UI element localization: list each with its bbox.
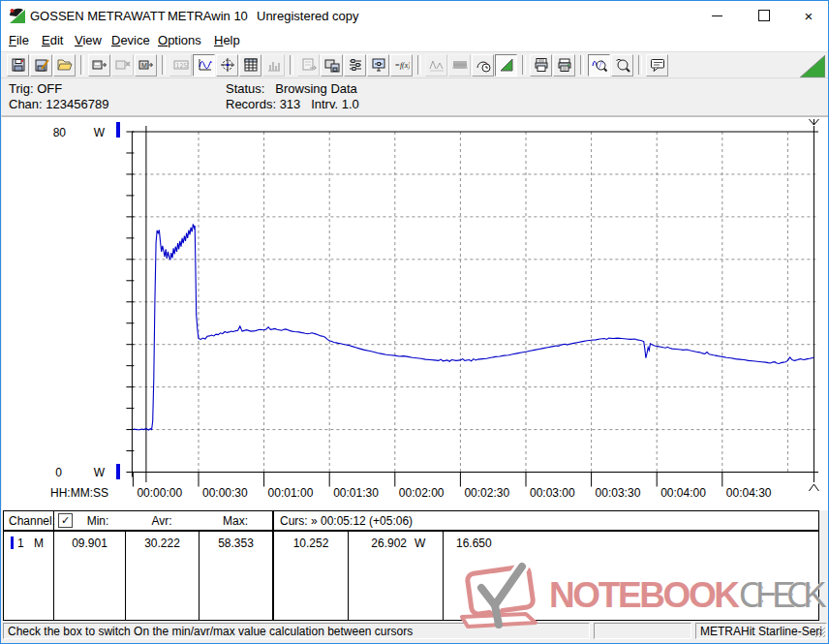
histogram-view-button: [262, 54, 285, 77]
open-button[interactable]: [53, 54, 76, 77]
header-cursor-readout: Curs: » 00:05:12 (+05:06): [280, 514, 413, 528]
menu-options[interactable]: Options: [158, 33, 201, 47]
device-memory-button[interactable]: M: [135, 54, 157, 77]
trigger-status: Trig: OFF: [9, 81, 62, 96]
monitor-settings-button[interactable]: [367, 54, 389, 77]
meter-clock-icon: [476, 57, 491, 73]
menu-device[interactable]: Device: [111, 33, 150, 47]
power-chart: 00:00:0000:00:3000:01:0000:01:3000:02:00…: [2, 117, 829, 510]
device-save-button[interactable]: [321, 54, 343, 77]
header-max: Max:: [199, 514, 272, 528]
annotation-button[interactable]: [646, 54, 668, 77]
export-icon: [301, 57, 317, 73]
x-tick-label: 00:01:00: [268, 486, 314, 500]
table-view-button[interactable]: [239, 54, 261, 77]
zoom-free-icon: [615, 57, 630, 73]
zoom-free-button[interactable]: [611, 54, 633, 77]
channel-color-marker: [11, 537, 14, 549]
save-as-button[interactable]: [30, 54, 52, 77]
svg-text:1257: 1257: [175, 62, 189, 70]
waveform-view-button[interactable]: [193, 54, 215, 77]
print-report-icon: [534, 57, 549, 73]
toolbar-separator: [417, 55, 421, 75]
x-tick-label: 00:00:00: [137, 486, 182, 500]
maximize-button[interactable]: [750, 1, 779, 30]
toolbar: M1257=f(x): [1, 51, 828, 78]
monitor-settings-icon: [371, 57, 386, 73]
row-channel-mode: M: [34, 537, 44, 550]
row-cursor2-unit: W: [414, 537, 425, 550]
channel-settings-icon: [348, 57, 363, 73]
x-tick-label: 00:04:30: [726, 486, 772, 500]
menu-view[interactable]: View: [75, 33, 102, 47]
row-avr-value: 30.222: [126, 537, 199, 550]
formula-icon: =f(x): [394, 57, 410, 73]
channel-settings-button[interactable]: [344, 54, 366, 77]
crosshair-view-button[interactable]: [216, 54, 238, 77]
row-cursor1-value: 10.252: [274, 537, 348, 550]
device-read-button[interactable]: [88, 54, 110, 77]
meter-clock-button[interactable]: [472, 54, 494, 77]
maximize-icon: [758, 10, 770, 21]
chart-panel: 00:00:0000:00:3000:01:0000:01:3000:02:00…: [2, 116, 829, 510]
live-view-button[interactable]: [495, 54, 517, 77]
save-button[interactable]: [7, 54, 29, 77]
print-button[interactable]: [553, 54, 575, 77]
minimize-button[interactable]: [702, 1, 731, 30]
title-product-name: METRAwin 10: [168, 9, 248, 23]
menu-edit[interactable]: Edit: [42, 33, 63, 47]
title-bar[interactable]: GOSSEN METRAWATT METRAwin 10 Unregistere…: [1, 1, 828, 30]
histogram-view-icon: [266, 57, 282, 73]
y-max-label: 80: [53, 126, 67, 139]
row-diff-value: 16.650: [456, 537, 492, 550]
minmax-curve-icon: [429, 57, 445, 73]
live-view-icon: [499, 57, 514, 73]
header-avr: Avr:: [125, 514, 199, 528]
annotation-icon: [650, 57, 665, 73]
close-button[interactable]: ×: [794, 1, 823, 30]
records-interval: Records: 313 Intrv. 1.0: [226, 97, 359, 111]
print-report-button[interactable]: [530, 54, 552, 77]
x-axis-format-label: HH:MM:SS: [50, 486, 108, 500]
x-tick-label: 00:03:30: [596, 486, 641, 500]
save-as-icon: [34, 57, 49, 73]
title-app-name: GOSSEN METRAWATT: [30, 9, 166, 23]
menu-bar: FileEditViewDeviceOptionsHelp: [1, 30, 828, 51]
table-column-line: [443, 532, 444, 620]
browse-status: Status: Browsing Data: [226, 81, 357, 96]
envelope-curve-button: [448, 54, 471, 77]
row-min-value: 09.901: [54, 537, 125, 550]
menu-help[interactable]: Help: [214, 33, 240, 47]
print-icon: [557, 57, 572, 73]
envelope-curve-icon: [452, 57, 468, 73]
zoom-time-icon: [592, 57, 607, 73]
header-channel: Channel:: [9, 514, 55, 528]
channel-marker-top: [116, 122, 120, 138]
device-disconnect-icon: [115, 57, 131, 73]
x-tick-label: 00:03:00: [530, 486, 575, 500]
notebookcheck-watermark: NOTEBOOK CHECK: [452, 563, 828, 632]
numeric-display-icon: 1257: [173, 57, 189, 73]
toolbar-separator: [580, 55, 584, 75]
toolbar-separator: [290, 55, 293, 75]
cursor-2-bottom-marker[interactable]: [809, 484, 818, 491]
open-icon: [57, 57, 73, 73]
toolbar-separator: [638, 55, 642, 75]
svg-text:M: M: [141, 62, 147, 69]
minmax-curve-button: [425, 54, 447, 77]
zoom-time-button[interactable]: [588, 54, 610, 77]
row-cursor2-value: 26.902: [349, 537, 407, 550]
device-read-icon: [92, 57, 107, 73]
cursor-2-top-marker[interactable]: [809, 119, 818, 125]
device-save-icon: [324, 57, 340, 73]
channel-list: Chan: 123456789: [9, 97, 108, 111]
close-icon: ×: [805, 8, 814, 24]
toolbar-separator: [80, 55, 84, 75]
y-min-label: 0: [55, 466, 62, 479]
formula-button[interactable]: =f(x): [390, 54, 413, 77]
numeric-display-button: 1257: [169, 54, 192, 77]
toolbar-separator: [522, 55, 526, 75]
table-column-line: [272, 511, 274, 620]
menu-file[interactable]: File: [9, 33, 29, 47]
watermark-check-text: CHECK: [739, 575, 827, 615]
